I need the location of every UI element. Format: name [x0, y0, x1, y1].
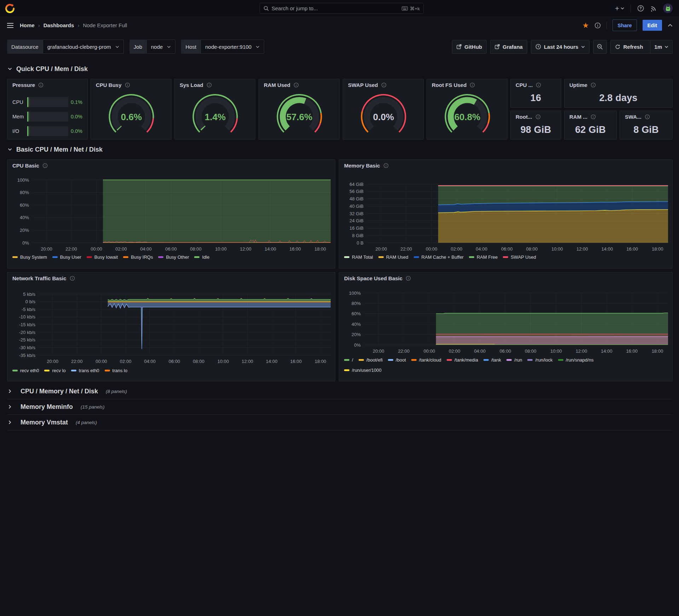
legend-item[interactable]: recv eth0: [12, 368, 39, 373]
zoom-out-button[interactable]: [593, 40, 607, 54]
refresh-interval-dropdown[interactable]: 1m: [650, 40, 672, 53]
svg-text:22:00: 22:00: [65, 246, 77, 252]
panel-stat-root: Root...98 GiB: [510, 111, 561, 140]
legend-item[interactable]: RAM Total: [344, 254, 373, 260]
datasource-picker[interactable]: Datasource grafanacloud-cleberg-prom: [7, 40, 124, 54]
svg-text:04:00: 04:00: [474, 348, 486, 354]
info-icon[interactable]: [535, 114, 541, 119]
edit-button[interactable]: Edit: [643, 20, 662, 31]
info-icon[interactable]: [125, 82, 130, 88]
collapse-topbar-icon[interactable]: [668, 24, 673, 27]
legend-item[interactable]: RAM Free: [469, 254, 498, 260]
legend-item[interactable]: Busy Iowait: [87, 254, 118, 260]
info-icon[interactable]: [70, 276, 75, 281]
legend-item[interactable]: Busy User: [52, 254, 81, 260]
time-range-picker[interactable]: Last 24 hours: [531, 40, 590, 54]
info-icon[interactable]: [591, 114, 596, 119]
share-button[interactable]: Share: [613, 19, 637, 31]
news-rss-icon[interactable]: [650, 5, 657, 12]
legend-item[interactable]: Busy Other: [158, 254, 189, 260]
info-icon[interactable]: [383, 163, 389, 168]
section-quick-cpu-mem-disk[interactable]: Quick CPU / Mem / Disk: [8, 63, 88, 75]
panel-stat-ram-header[interactable]: RAM ...: [569, 114, 596, 120]
legend-label: trans eth0: [79, 368, 99, 373]
search-shortcut: ⌘+k: [402, 6, 420, 11]
info-icon[interactable]: [645, 114, 650, 119]
section-basic-cpu-mem-net-disk[interactable]: Basic CPU / Mem / Net / Disk: [8, 143, 103, 156]
panel-chart-disk-space-used-basic-header[interactable]: Disk Space Used Basic: [344, 275, 411, 281]
panel-gauge-swap-used-header[interactable]: SWAP Used: [348, 82, 387, 88]
panel-gauge-sys-load-header[interactable]: Sys Load: [180, 82, 212, 88]
info-icon[interactable]: [207, 82, 212, 88]
legend-item[interactable]: /boot: [388, 357, 406, 363]
gauge: 0.6%: [91, 88, 172, 140]
panel-gauge-cpu-busy-header[interactable]: CPU Busy: [96, 82, 130, 88]
legend-item[interactable]: /tank/cloud: [411, 357, 441, 363]
legend-item[interactable]: RAM Used: [378, 254, 408, 260]
info-icon[interactable]: [536, 82, 541, 88]
chart-plot[interactable]: 0%20%40%60%80%100%20:0022:0000:0002:0004…: [7, 160, 335, 268]
grafana-logo-icon[interactable]: [5, 3, 15, 13]
breadcrumb-home[interactable]: Home: [20, 22, 35, 28]
grafana-link-button[interactable]: Grafana: [490, 40, 527, 54]
top-nav-bar: Search or jump to... ⌘+k + ?: [0, 0, 679, 17]
panel-count: (4 panels): [76, 420, 97, 425]
section-cpu-memory-net-disk-collapsed[interactable]: CPU / Memory / Net / Disk (8 panels): [7, 383, 673, 399]
favorite-star-icon[interactable]: ★: [582, 21, 589, 30]
search-placeholder: Search or jump to...: [272, 5, 399, 11]
legend-item[interactable]: /boot/efi: [359, 357, 383, 363]
legend-item[interactable]: Busy IRQs: [123, 254, 153, 260]
panel-chart-memory-basic-header[interactable]: Memory Basic: [344, 163, 389, 169]
legend-item[interactable]: trans eth0: [71, 368, 99, 373]
legend-item[interactable]: SWAP Used: [503, 254, 536, 260]
stat-value: 2.8 days: [564, 93, 672, 104]
panel-pressure-header[interactable]: Pressure: [12, 82, 43, 88]
menu-hamburger-icon[interactable]: [7, 23, 13, 28]
chart-plot[interactable]: 0 B8 GiB16 GiB24 GiB32 GiB40 GiB48 GiB56…: [339, 160, 672, 268]
section-memory-meminfo-collapsed[interactable]: Memory Meminfo (15 panels): [7, 399, 673, 415]
panel-chart-network-traffic-basic-header[interactable]: Network Traffic Basic: [12, 275, 75, 281]
host-picker[interactable]: Host node-exporter:9100: [181, 40, 264, 54]
help-icon[interactable]: ?: [637, 5, 644, 12]
legend-item[interactable]: trans lo: [105, 368, 128, 373]
legend-item[interactable]: /run: [506, 357, 522, 363]
legend-item[interactable]: /run/snapd/ns: [558, 357, 594, 363]
add-new-button[interactable]: +: [615, 5, 624, 12]
legend-item[interactable]: /tank/media: [447, 357, 478, 363]
info-icon[interactable]: [470, 82, 475, 88]
panel-gauge-root-fs-used-header[interactable]: Root FS Used: [432, 82, 475, 88]
job-picker[interactable]: Job node: [129, 40, 176, 54]
panel-stat-root-header[interactable]: Root...: [516, 114, 541, 120]
legend-item[interactable]: /run/user/1000: [344, 368, 382, 373]
legend-item[interactable]: Idle: [194, 254, 209, 260]
chart-plot[interactable]: 5 kb/s0 b/s-5 kb/s-10 kb/s-15 kb/s-20 kb…: [7, 272, 335, 381]
panel-stat-uptime-header[interactable]: Uptime: [569, 82, 596, 88]
github-link-button[interactable]: GitHub: [452, 40, 487, 54]
legend-chip: [52, 256, 58, 258]
breadcrumb-dashboards[interactable]: Dashboards: [43, 22, 74, 28]
panel-gauge-ram-used-header[interactable]: RAM Used: [264, 82, 299, 88]
legend-item[interactable]: Busy System: [12, 254, 47, 260]
info-icon[interactable]: [381, 82, 387, 88]
legend-item[interactable]: /: [344, 357, 353, 363]
legend-item[interactable]: /tank: [483, 357, 501, 363]
job-value: node: [151, 44, 163, 50]
refresh-button[interactable]: Refresh: [611, 40, 647, 53]
legend-item[interactable]: recv lo: [44, 368, 65, 373]
legend-item[interactable]: /run/lock: [527, 357, 552, 363]
svg-text:00:00: 00:00: [426, 246, 437, 252]
user-avatar[interactable]: [663, 4, 673, 13]
stat-value: 16: [511, 93, 561, 104]
dashboard-info-icon[interactable]: [594, 22, 601, 29]
section-memory-vmstat-collapsed[interactable]: Memory Vmstat (4 panels): [7, 415, 673, 430]
info-icon[interactable]: [591, 82, 596, 88]
info-icon[interactable]: [406, 276, 411, 281]
info-icon[interactable]: [38, 82, 43, 88]
search-input[interactable]: Search or jump to... ⌘+k: [260, 3, 424, 14]
info-icon[interactable]: [294, 82, 299, 88]
info-icon[interactable]: [42, 163, 48, 168]
panel-stat-swa-header[interactable]: SWA...: [625, 114, 650, 120]
legend-item[interactable]: RAM Cache + Buffer: [414, 254, 464, 260]
panel-stat-cpu-header[interactable]: CPU ...: [516, 82, 541, 88]
panel-chart-cpu-basic-header[interactable]: CPU Basic: [12, 163, 48, 169]
